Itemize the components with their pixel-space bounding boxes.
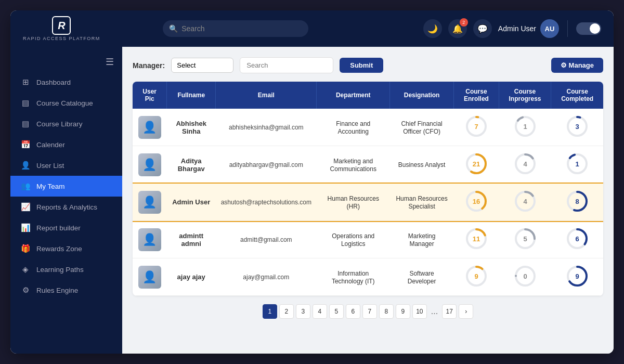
page-btn-6[interactable]: 6: [346, 304, 360, 319]
cell-enrolled: 7: [454, 109, 499, 146]
dark-mode-toggle[interactable]: [576, 22, 601, 35]
svg-text:9: 9: [575, 272, 579, 280]
col-designation: Designation: [390, 82, 454, 109]
table-row: 👤 ajay ajay ajay@gmail.com Information T…: [133, 258, 603, 296]
search-input[interactable]: [163, 20, 308, 37]
theme-toggle-button[interactable]: 🌙: [423, 19, 442, 38]
sidebar-item-course-catalogue[interactable]: ▤ Course Catalogue: [10, 93, 122, 113]
manage-button[interactable]: ⚙ Manage: [551, 58, 603, 73]
cell-department: Information Technology (IT): [317, 258, 390, 296]
sidebar-item-rules-engine[interactable]: ⚙ Rules Engine: [10, 280, 122, 301]
sidebar-item-label: Course Library: [36, 120, 83, 128]
col-department: Department: [317, 82, 390, 109]
svg-text:1: 1: [575, 160, 579, 168]
table-header-row: User Pic Fullname Email Department Desig…: [133, 82, 603, 109]
col-user-pic: User Pic: [133, 82, 167, 109]
cell-completed: 3: [551, 109, 603, 146]
sidebar-item-label: Rewards Zone: [36, 245, 82, 253]
notification-button[interactable]: 🔔 2: [448, 19, 467, 38]
svg-text:11: 11: [473, 235, 480, 243]
cell-enrolled: 21: [454, 146, 499, 184]
cell-email: admitt@gmail.com: [216, 221, 317, 258]
sidebar-toggle[interactable]: ☰: [10, 52, 122, 72]
sidebar-item-user-list[interactable]: 👤 User List: [10, 155, 122, 176]
sidebar-item-label: Dashboard: [36, 79, 71, 86]
my-team-icon: 👥: [21, 181, 30, 191]
svg-text:4: 4: [523, 198, 527, 205]
dashboard-icon: ⊞: [21, 77, 30, 87]
search-icon: 🔍: [169, 24, 178, 33]
body: ☰ ⊞ Dashboard ▤ Course Catalogue ▤ Cours…: [10, 47, 614, 354]
svg-text:1: 1: [523, 123, 527, 131]
cell-fullname: Admin User: [167, 184, 216, 221]
header-divider: [567, 20, 568, 37]
toggle-knob: [590, 23, 600, 34]
cell-inprogress: 0: [499, 258, 551, 296]
page-btn-5[interactable]: 5: [329, 304, 344, 319]
header-actions: 🌙 🔔 2 💬 Admin User AU: [423, 19, 601, 38]
page-btn-8[interactable]: 8: [379, 304, 394, 319]
submit-button[interactable]: Submit: [340, 58, 383, 73]
toolbar-search-input[interactable]: [240, 57, 333, 73]
logo: R RAPID ACCESS PLATFORM: [23, 16, 100, 41]
cell-user-pic: 👤: [133, 109, 167, 146]
cell-designation: Software Developer: [390, 258, 454, 296]
page-btn-1[interactable]: 1: [263, 304, 277, 319]
cell-completed: 1: [551, 146, 603, 184]
sidebar-item-label: Reports & Analytics: [36, 203, 97, 211]
svg-text:21: 21: [473, 160, 480, 168]
page-btn-3[interactable]: 3: [296, 304, 310, 319]
logo-icon: R: [52, 16, 71, 35]
sidebar-item-reports-analytics[interactable]: 📈 Reports & Analytics: [10, 197, 122, 217]
admin-name: Admin User: [498, 24, 536, 33]
page-btn-7[interactable]: 7: [362, 304, 377, 319]
cell-designation: Marketing Manager: [390, 221, 454, 258]
table-row: 👤 Abhishek Sinha abhisheksinha@gmail.com…: [133, 109, 603, 146]
cell-designation: Chief Financial Officer (CFO): [390, 109, 454, 146]
pagination: 1 2 3 4 5 6 7 8 9 10 ... 17 ›: [133, 304, 603, 319]
svg-text:3: 3: [575, 123, 579, 131]
svg-text:16: 16: [473, 198, 480, 205]
manager-label: Manager:: [133, 61, 165, 70]
cell-user-pic: 👤: [133, 146, 167, 184]
toolbar: Manager: Select Submit ⚙ Manage: [133, 57, 603, 73]
cell-completed: 8: [551, 184, 603, 221]
page-btn-9[interactable]: 9: [396, 304, 410, 319]
col-email: Email: [216, 82, 317, 109]
page-btn-4[interactable]: 4: [313, 304, 327, 319]
table-row: 👤 Aditya Bhargav adityabhargav@gmail.com…: [133, 146, 603, 184]
manager-select[interactable]: Select: [171, 58, 233, 73]
col-course-inprogress: Course Inprogress: [499, 82, 551, 109]
sidebar-item-my-team[interactable]: 👥 My Team: [10, 176, 122, 197]
search-bar: 🔍: [163, 20, 308, 37]
course-library-icon: ▤: [21, 119, 30, 128]
cell-designation: Human Resources Specialist: [390, 184, 454, 221]
cell-fullname: admintt admni: [167, 221, 216, 258]
report-builder-icon: 📊: [21, 223, 30, 232]
cell-department: Marketing and Communications: [317, 146, 390, 184]
cell-inprogress: 1: [499, 109, 551, 146]
cell-enrolled: 16: [454, 184, 499, 221]
cell-department: Finance and Accounting: [317, 109, 390, 146]
table-row: 👤 admintt admni admitt@gmail.com Operati…: [133, 221, 603, 258]
sidebar-item-calendar[interactable]: 📅 Calender: [10, 134, 122, 155]
cell-designation: Business Analyst: [390, 146, 454, 184]
message-button[interactable]: 💬: [473, 19, 492, 38]
page-btn-17[interactable]: 17: [442, 304, 457, 319]
sidebar-item-report-builder[interactable]: 📊 Report builder: [10, 217, 122, 238]
calendar-icon: 📅: [21, 140, 30, 149]
sidebar-item-course-library[interactable]: ▤ Course Library: [10, 113, 122, 134]
cell-user-pic: 👤: [133, 221, 167, 258]
cell-department: Human Resources (HR): [317, 184, 390, 221]
reports-analytics-icon: 📈: [21, 202, 30, 212]
team-table-container: User Pic Fullname Email Department Desig…: [133, 82, 603, 296]
sidebar-item-learning-paths[interactable]: ◈ Learning Paths: [10, 259, 122, 280]
sidebar-item-rewards-zone[interactable]: 🎁 Rewards Zone: [10, 238, 122, 259]
sidebar-item-label: My Team: [36, 183, 65, 190]
page-btn-next[interactable]: ›: [459, 304, 473, 319]
page-btn-2[interactable]: 2: [279, 304, 294, 319]
page-btn-10[interactable]: 10: [412, 304, 427, 319]
cell-completed: 6: [551, 221, 603, 258]
sidebar-item-dashboard[interactable]: ⊞ Dashboard: [10, 72, 122, 93]
rewards-zone-icon: 🎁: [21, 244, 30, 253]
